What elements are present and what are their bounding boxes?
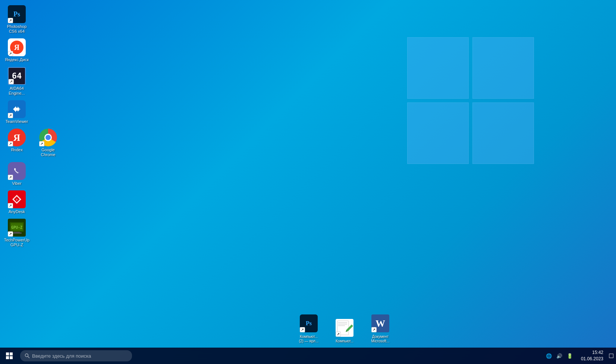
desktop-icon-teamviewer[interactable]: ↗ TeamViewer (2, 99, 32, 126)
notepad-shortcut-label: Компьют... (336, 339, 353, 344)
clock-time: 15:42 (581, 349, 603, 356)
shortcut-arrow: ↗ (8, 203, 13, 208)
shortcut-arrow: ↗ (300, 327, 305, 332)
shortcut-arrow: ↗ (8, 18, 13, 23)
taskbar-search-placeholder: Введите здесь для поиска (32, 353, 91, 359)
desktop-icon-anydesk[interactable]: › ↗ AnyDesk (2, 189, 32, 216)
aida64-icon: 64 ↗ (8, 67, 26, 85)
taskbar-clock[interactable]: 15:42 01.06.2023 (578, 349, 606, 362)
shortcut-arrow: ↗ (8, 141, 13, 146)
search-icon (25, 353, 30, 358)
svg-rect-18 (338, 324, 347, 325)
word-shortcut-label: ДокументMicrosoft... (371, 335, 390, 344)
anydesk-label: AnyDesk (9, 209, 25, 214)
shortcut-arrow: ↗ (371, 327, 377, 332)
desktop-icon-word-shortcut[interactable]: W ↗ ДокументMicrosoft... (366, 314, 395, 344)
photoshop-small-icon: Ps ↗ (300, 314, 318, 332)
taskbar-search[interactable]: Введите здесь для поиска (20, 350, 132, 361)
desktop-icon-google-chrome[interactable]: ↗ Google Chrome (33, 127, 63, 159)
desktop-icon-viber[interactable]: ↗ Viber (2, 161, 32, 187)
svg-text:Я: Я (13, 132, 21, 143)
shortcut-arrow: ↗ (8, 231, 13, 237)
gpuz-label: TechPowerUp GPU-Z (3, 238, 31, 247)
desktop-icons-column: Ps ↗ Photoshop CS6 x64 Я ↗ Яндекс.Диск 6… (2, 0, 63, 249)
yandex-disk-label: Яндекс.Диск (5, 57, 29, 62)
start-button[interactable] (0, 348, 19, 364)
shortcut-arrow: ↗ (8, 175, 13, 180)
ps-shortcut-label: Компьют...(2) — ярл... (299, 335, 319, 344)
svg-text:W: W (375, 318, 385, 329)
taskbar-tray: 🌐 🔊 🔋 (544, 352, 578, 360)
photoshop-label: Photoshop CS6 x64 (3, 24, 31, 34)
svg-text:GPU-Z: GPU-Z (11, 225, 22, 230)
shortcut-arrow: ↗ (8, 113, 13, 118)
notepad-small-icon: ↗ (336, 319, 353, 337)
desktop-icon-photoshop[interactable]: Ps ↗ Photoshop CS6 x64 (2, 4, 32, 35)
google-chrome-icon: ↗ (39, 129, 57, 146)
viber-icon: ↗ (8, 162, 26, 180)
teamviewer-label: TeamViewer (6, 119, 28, 124)
svg-text:›: › (16, 197, 18, 202)
shortcut-arrow: ↗ (336, 332, 341, 337)
desktop-icon-yandex-browser[interactable]: Я ↗ Яndex (2, 127, 32, 154)
yandex-browser-icon: Я ↗ (8, 129, 26, 146)
desktop-icon-gpuz[interactable]: GPU-Z ↗ TechPowerUp GPU-Z (2, 217, 32, 249)
google-chrome-label: Google Chrome (34, 148, 62, 157)
windows-start-icon (6, 352, 13, 359)
svg-text:Я: Я (14, 43, 20, 51)
svg-rect-19 (338, 325, 345, 326)
shortcut-arrow: ↗ (39, 141, 44, 146)
desktop-icon-yandex-disk[interactable]: Я ↗ Яндекс.Диск (2, 37, 32, 64)
desktop-icon-notepad-shortcut[interactable]: ↗ Компьют... (330, 319, 359, 344)
anydesk-icon: › ↗ (8, 190, 26, 208)
word-small-icon: W ↗ (371, 314, 389, 332)
aida64-label: AIDA64 Engine... (3, 86, 31, 96)
notification-button[interactable]: ☐ (606, 352, 616, 360)
shortcut-arrow: ↗ (9, 79, 14, 84)
tray-volume-icon[interactable]: 🔊 (555, 352, 564, 360)
teamviewer-icon: ↗ (8, 100, 26, 118)
yandex-browser-label: Яndex (11, 148, 23, 152)
svg-rect-14 (12, 232, 22, 234)
bottom-desktop-icons: Ps ↗ Компьют...(2) — ярл... ↗ Компьют... (295, 314, 395, 344)
taskbar: Введите здесь для поиска 🌐 🔊 🔋 15:42 01.… (0, 348, 616, 364)
svg-line-23 (28, 357, 30, 358)
tray-battery-icon[interactable]: 🔋 (565, 352, 574, 360)
gpuz-icon: GPU-Z ↗ (8, 219, 26, 237)
photoshop-icon: Ps ↗ (8, 5, 26, 23)
windows-logo-background (407, 37, 534, 164)
clock-date: 01.06.2023 (581, 356, 603, 362)
svg-point-22 (25, 354, 28, 357)
tray-network-icon[interactable]: 🌐 (544, 352, 553, 360)
yandex-disk-icon: Я ↗ (8, 38, 26, 56)
desktop-icon-aida64[interactable]: 64 ↗ AIDA64 Engine... (2, 66, 32, 97)
viber-label: Viber (12, 181, 21, 186)
desktop-icon-ps-shortcut[interactable]: Ps ↗ Компьют...(2) — ярл... (295, 314, 323, 344)
svg-rect-17 (338, 322, 347, 323)
desktop: Ps ↗ Photoshop CS6 x64 Я ↗ Яндекс.Диск 6… (0, 0, 616, 364)
shortcut-arrow: ↗ (8, 51, 13, 56)
